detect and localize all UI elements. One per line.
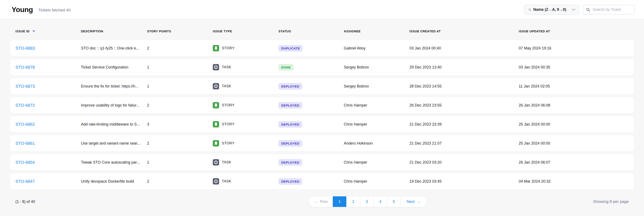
table-row[interactable]: STO-6854 Tweak STO Core autoscaling par.… — [10, 154, 634, 170]
assignee: Chris Hamper — [344, 122, 410, 126]
status-badge: DEPLOYED — [278, 178, 302, 185]
column-header-assignee: ASSIGNEE — [344, 30, 410, 33]
table-row[interactable]: STO-6883 STO doc :: q1-fy25 :: One-click… — [10, 40, 634, 56]
pagination: ← Prev 12345 Next → — [309, 196, 426, 207]
table-row[interactable]: STO-6847 Unify devspace Dockerfile build… — [10, 173, 634, 189]
story-icon — [213, 45, 219, 51]
column-header-issue-id[interactable]: ISSUE ID — [16, 30, 81, 33]
issue-type: TASK — [213, 83, 278, 90]
issue-updated-at: 25 Jan 2024 00:00 — [519, 141, 628, 146]
page-buttons: 12345 — [333, 196, 400, 207]
prev-arrow-icon: ← — [314, 199, 318, 204]
per-page-label: Showing 8 per page — [593, 199, 629, 204]
sort-desc-icon — [32, 30, 35, 32]
story-points: 1 — [147, 160, 213, 165]
page-button-4[interactable]: 4 — [373, 196, 387, 207]
tickets-fetched-label: Tickets fetched 40 — [38, 8, 70, 12]
table-header-row: ISSUE ID DESCRIPTION STORY POINTS ISSUE … — [10, 28, 634, 35]
issue-id-link[interactable]: STO-6873 — [16, 84, 35, 88]
issue-created-at: 29 Dec 2023 13:40 — [410, 65, 519, 70]
next-page-button[interactable]: Next → — [400, 196, 426, 207]
page-button-1[interactable]: 1 — [333, 196, 346, 207]
topbar: Young Tickets fetched 40 ↑↓ Name (Z→A, 9… — [0, 0, 644, 20]
issue-description: STO doc :: q1-fy25 :: One-click e... — [81, 46, 147, 50]
issue-id-link[interactable]: STO-6847 — [16, 179, 35, 184]
issue-id-link[interactable]: STO-6854 — [16, 160, 35, 165]
story-points: 2 — [147, 103, 213, 108]
search-input[interactable] — [593, 8, 632, 12]
issue-type: STORY — [213, 121, 278, 128]
table-row[interactable]: STO-6878 Ticket Service Configuration 1 … — [10, 59, 634, 75]
issue-id-link[interactable]: STO-6878 — [16, 65, 35, 70]
task-icon — [213, 178, 219, 184]
column-header-status: STATUS — [278, 30, 344, 33]
issue-description: Add rate-limiting middleware to S... — [81, 122, 147, 126]
issue-type: STORY — [213, 140, 278, 146]
issue-id-link[interactable]: STO-6872 — [16, 103, 35, 108]
issue-type: TASK — [213, 178, 278, 184]
issue-description: Ticket Service Configuration — [81, 65, 147, 70]
status-badge: DEPLOYED — [278, 83, 302, 90]
task-icon — [213, 159, 219, 166]
story-icon — [213, 121, 219, 128]
issue-type: TASK — [213, 64, 278, 70]
issue-type: STORY — [213, 102, 278, 108]
search-box[interactable] — [583, 5, 635, 14]
column-header-issue-created-at: ISSUE CREATED AT — [410, 30, 519, 33]
story-icon — [213, 140, 219, 146]
assignee: Anders Hokinson — [344, 141, 410, 146]
column-header-story-points: STORY POINTS — [147, 30, 213, 33]
issue-description: Ensure the fix for ticket: https://h... — [81, 84, 147, 88]
issue-created-at: 26 Dec 2023 23:55 — [410, 103, 519, 108]
issue-type: STORY — [213, 45, 278, 51]
table-row[interactable]: STO-6861 Use target and variant name sea… — [10, 135, 634, 151]
assignee: Gabriel Aboy — [344, 46, 410, 50]
table-body: STO-6883 STO doc :: q1-fy25 :: One-click… — [10, 40, 634, 189]
page-button-3[interactable]: 3 — [360, 196, 373, 207]
assignee: Chris Hamper — [344, 179, 410, 184]
issue-description: Tweak STO Core autoscaling par... — [81, 160, 147, 165]
issue-id-link[interactable]: STO-6861 — [16, 141, 35, 146]
issue-created-at: 21 Dec 2023 23:39 — [410, 122, 519, 126]
search-icon — [586, 8, 590, 12]
table-row[interactable]: STO-6872 Improve usability of logs for f… — [10, 97, 634, 113]
task-icon — [213, 83, 219, 90]
status-badge: DEPLOYED — [278, 121, 302, 128]
table-row[interactable]: STO-6873 Ensure the fix for ticket: http… — [10, 78, 634, 94]
page-title: Young — [12, 6, 33, 14]
sort-dropdown[interactable]: ↑↓ Name (Z→A, 9→0) — [524, 5, 579, 14]
sort-updown-icon: ↑↓ — [528, 8, 531, 12]
ticket-table: ISSUE ID DESCRIPTION STORY POINTS ISSUE … — [0, 28, 644, 189]
issue-updated-at: 26 Jan 2024 06:08 — [519, 103, 628, 108]
issue-id-link[interactable]: STO-6883 — [16, 46, 35, 50]
prev-page-button[interactable]: ← Prev — [309, 196, 333, 207]
page-button-5[interactable]: 5 — [387, 196, 400, 207]
status-badge: DEPLOYED — [278, 140, 302, 147]
status-badge: DEPLOYED — [278, 159, 302, 166]
column-header-issue-updated-at: ISSUE UPDATED AT — [519, 30, 628, 33]
footer: (1 - 8) of 40 ← Prev 12345 Next → Showin… — [0, 196, 644, 207]
issue-updated-at: 04 Mar 2024 20:32 — [519, 179, 628, 184]
table-row[interactable]: STO-6862 Add rate-limiting middleware to… — [10, 116, 634, 132]
assignee: Sergey Bobrov — [344, 65, 410, 70]
story-points: 1 — [147, 84, 213, 88]
app: Young Tickets fetched 40 ↑↓ Name (Z→A, 9… — [0, 0, 644, 207]
column-header-issue-type: ISSUE TYPE — [213, 30, 278, 33]
range-label: (1 - 8) of 40 — [16, 200, 35, 204]
issue-description: Unify devspace Dockerfile build — [81, 179, 147, 184]
issue-type: TASK — [213, 159, 278, 166]
status-badge: DEPLOYED — [278, 102, 302, 109]
issue-created-at: 19 Dec 2023 03:45 — [410, 179, 519, 184]
issue-updated-at: 25 Jan 2024 00:00 — [519, 122, 628, 126]
story-icon — [213, 102, 219, 108]
story-points: 1 — [147, 65, 213, 70]
issue-id-link[interactable]: STO-6862 — [16, 122, 35, 126]
issue-description: Improve usability of logs for failur... — [81, 103, 147, 108]
issue-created-at: 21 Dec 2023 03:20 — [410, 160, 519, 165]
status-badge: DUPLICATE — [278, 45, 302, 52]
next-arrow-icon: → — [417, 199, 421, 204]
column-header-description: DESCRIPTION — [81, 30, 147, 33]
issue-updated-at: 03 Jan 2024 00:35 — [519, 65, 628, 70]
page-button-2[interactable]: 2 — [346, 196, 360, 207]
story-points: 3 — [147, 122, 213, 126]
